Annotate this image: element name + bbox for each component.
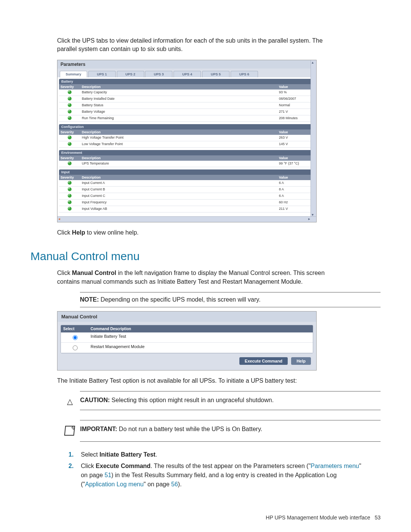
group-columns: SeverityDescriptionValue	[59, 175, 315, 180]
s2b: . The results of the test appear on the …	[151, 463, 311, 469]
col-description: Description	[80, 155, 277, 161]
col-severity: Severity	[59, 84, 80, 89]
manual-row-0[interactable]: Initiate Battery Test	[61, 332, 313, 343]
param-desc: Battery Voltage	[80, 109, 277, 115]
vertical-scrollbar[interactable]	[311, 60, 316, 222]
help-button[interactable]: Help	[291, 357, 311, 365]
important-block: IMPORTANT: Do not run a battery test whi…	[65, 426, 381, 438]
radio-restart-module[interactable]	[73, 345, 78, 350]
intro-paragraph: Click the UPS tabs to view detailed info…	[57, 37, 381, 54]
step-number-2: 2.	[68, 462, 79, 471]
tab-ups1[interactable]: UPS 1	[88, 71, 116, 77]
help-hint: Click Help to view online help.	[57, 228, 381, 237]
param-desc: Run Time Remaining	[80, 115, 277, 121]
ok-icon	[68, 161, 72, 165]
s2l4[interactable]: 56	[171, 481, 178, 487]
s2l1[interactable]: Parameters menu	[311, 463, 359, 469]
param-row: Battery Voltage271 V	[59, 109, 315, 115]
section-heading: Manual Control menu	[30, 250, 381, 263]
help-a: Click	[57, 229, 72, 236]
parameters-body: BatterySeverityDescriptionValueBattery C…	[57, 77, 316, 216]
col-description: Description	[80, 84, 277, 89]
important-label: IMPORTANT:	[80, 426, 117, 432]
param-desc: Input Current B	[80, 187, 277, 193]
param-desc: Input Frequency	[80, 200, 277, 206]
param-value: 08/06/2007	[277, 96, 315, 102]
help-bold: Help	[72, 229, 85, 236]
manual-title: Manual Control	[57, 312, 316, 322]
param-desc: Input Voltage AB	[80, 206, 277, 212]
param-value: 263 V	[277, 135, 315, 141]
help-b: to view online help.	[85, 229, 139, 236]
col-value: Value	[277, 84, 315, 89]
param-desc: UPS Temperature	[80, 161, 277, 167]
ok-icon	[68, 200, 72, 204]
ok-icon	[68, 194, 72, 198]
caution-block: △ CAUTION: Selecting this option might r…	[65, 397, 381, 406]
param-value: 99 °F (37 °C)	[277, 161, 315, 167]
step-number-1: 1.	[68, 450, 79, 459]
group-columns: SeverityDescriptionValue	[59, 129, 315, 135]
note-block: NOTE: Depending on the specific UPS mode…	[80, 292, 381, 307]
tab-ups3[interactable]: UPS 3	[145, 71, 172, 77]
s1bold: Initiate Battery Test	[99, 451, 155, 458]
s2e: " on page	[143, 481, 171, 487]
col-value: Value	[277, 155, 315, 161]
param-value: 271 V	[277, 109, 315, 115]
col-description: Description	[80, 175, 277, 180]
radio-initiate-battery-test[interactable]	[73, 335, 78, 340]
tab-ups6[interactable]: UPS 6	[231, 71, 258, 77]
param-row: Battery Installed Date08/06/2007	[59, 96, 315, 102]
section-body: Click Manual Control in the left navigat…	[57, 269, 381, 286]
ok-icon	[68, 207, 72, 211]
parameters-title: Parameters	[57, 60, 316, 69]
intro-text-b: parallel system can contain up to six su…	[57, 46, 183, 52]
param-desc: High Voltage Transfer Point	[80, 135, 277, 141]
param-row: High Voltage Transfer Point263 V	[59, 135, 315, 141]
col-severity: Severity	[59, 175, 80, 180]
param-desc: Battery Installed Date	[80, 96, 277, 102]
param-row: Low Voltage Transfer Point145 V	[59, 141, 315, 148]
tab-ups2[interactable]: UPS 2	[117, 71, 144, 77]
param-desc: Input Current C	[80, 193, 277, 199]
ok-icon	[68, 103, 72, 107]
footer-page: 53	[374, 514, 381, 521]
ok-icon	[68, 136, 72, 139]
param-row: Input Current B8 A	[59, 187, 315, 193]
param-value: 145 V	[277, 141, 315, 147]
group-title-input: Input	[59, 169, 315, 175]
s2l2[interactable]: 51	[105, 472, 112, 478]
horizontal-scrollbar[interactable]	[57, 216, 316, 222]
param-row: Input Voltage AB211 V	[59, 206, 315, 212]
ok-icon	[68, 110, 72, 113]
col-severity: Severity	[59, 155, 80, 161]
s1b: .	[156, 451, 157, 458]
s2f: ).	[178, 481, 182, 487]
col-value: Value	[277, 129, 315, 135]
tab-ups4[interactable]: UPS 4	[174, 71, 201, 77]
param-row: Input Current C6 A	[59, 193, 315, 200]
tab-ups5[interactable]: UPS 5	[202, 71, 229, 77]
param-desc: Battery Capacity	[80, 89, 277, 96]
ok-icon	[68, 90, 72, 94]
execute-command-button[interactable]: Execute Command	[239, 357, 288, 365]
row0-desc: Initiate Battery Test	[88, 332, 313, 342]
manual-row-1[interactable]: Restart Management Module	[61, 343, 313, 353]
group-title-environment: Environment	[59, 150, 315, 155]
manual-control-screenshot: Manual Control Select Command Descriptio…	[57, 311, 317, 371]
param-desc: Battery Status	[80, 102, 277, 109]
param-value: Normal	[277, 102, 315, 109]
ok-icon	[68, 142, 72, 146]
param-value: 208 Minutes	[277, 115, 315, 121]
col-desc: Command Description	[88, 325, 313, 332]
ok-icon	[68, 181, 72, 185]
param-value: 8 A	[277, 187, 315, 193]
s2bold: Execute Command	[96, 463, 151, 469]
param-row: UPS Temperature99 °F (37 °C)	[59, 161, 315, 167]
group-columns: SeverityDescriptionValue	[59, 84, 315, 89]
col-value: Value	[277, 175, 315, 180]
tab-summary[interactable]: Summary	[60, 71, 87, 77]
group-columns: SeverityDescriptionValue	[59, 155, 315, 161]
s2l3[interactable]: Application Log menu	[85, 481, 143, 487]
important-icon	[65, 426, 75, 438]
